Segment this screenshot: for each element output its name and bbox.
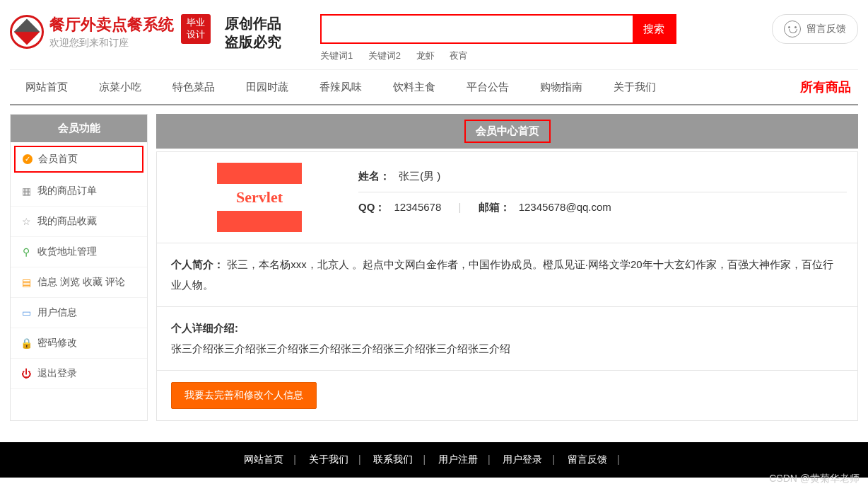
badge: 毕业设计 [181, 14, 211, 44]
intro-label: 个人简介： [171, 258, 224, 270]
footer-link[interactable]: 网站首页 [244, 454, 283, 465]
keyword-row: 关键词1 关键词2 龙虾 夜宵 [320, 50, 676, 62]
keyword-link[interactable]: 龙虾 [416, 50, 435, 61]
qq-label: QQ： [358, 201, 385, 213]
edit-profile-button[interactable]: 我要去完善和修改个人信息 [171, 382, 317, 409]
sidebar-item-user[interactable]: ▭ 用户信息 [11, 298, 147, 328]
search-input[interactable] [322, 16, 633, 42]
nav-item[interactable]: 香辣风味 [304, 71, 377, 104]
all-goods-link[interactable]: 所有商品 [793, 70, 858, 104]
sidebar-item-password[interactable]: 🔒 密码修改 [11, 328, 147, 359]
keyword-link[interactable]: 夜宵 [450, 50, 468, 61]
keyword-link[interactable]: 关键词2 [368, 50, 401, 61]
site-subtitle: 欢迎您到来和订座 [49, 37, 174, 50]
footer-link[interactable]: 用户登录 [503, 454, 542, 465]
detail-label: 个人详细介绍: [171, 318, 843, 339]
footer-link[interactable]: 关于我们 [309, 454, 348, 465]
star-icon: ☆ [20, 216, 32, 227]
footer-link[interactable]: 联系我们 [373, 454, 413, 465]
nav-item[interactable]: 饮料主食 [377, 71, 451, 104]
footer-nav: 网站首页| 关于我们| 联系我们| 用户注册| 用户登录| 留言反馈| [0, 442, 868, 478]
power-icon: ⏻ [20, 368, 32, 379]
sidebar-item-orders[interactable]: ▦ 我的商品订单 [11, 176, 147, 207]
avatar: Servlet [217, 163, 302, 232]
sidebar-item-home[interactable]: ✓ 会员首页 [14, 146, 143, 173]
nav-item[interactable]: 凉菜小吃 [83, 71, 157, 104]
qq-value: 12345678 [394, 201, 442, 213]
name-value: 张三(男 ) [399, 170, 440, 182]
slogan: 原创作品盗版必究 [225, 14, 281, 51]
email-label: 邮箱： [479, 201, 510, 213]
home-icon: ✓ [23, 154, 33, 164]
sidebar-title: 会员功能 [11, 115, 147, 142]
footer-link[interactable]: 用户注册 [438, 454, 478, 465]
card-icon: ▭ [20, 307, 32, 318]
intro-text: 张三，本名杨xxx，北京人 。起点中文网白金作者，中国作协成员。橙瓜见证·网络文… [171, 258, 833, 291]
nav-item[interactable]: 关于我们 [598, 71, 671, 104]
lock-icon: 🔒 [20, 337, 32, 349]
site-title: 餐厅外卖点餐系统 [49, 14, 174, 35]
name-label: 姓名： [358, 170, 390, 182]
sidebar-item-info[interactable]: ▤ 信息 浏览 收藏 评论 [11, 267, 147, 298]
footer-link[interactable]: 留言反馈 [568, 454, 607, 465]
sidebar: 会员功能 ✓ 会员首页 ▦ 我的商品订单 ☆ 我的商品收藏 ⚲ 收货地址管理 ▤… [10, 114, 148, 421]
search-button[interactable]: 搜索 [633, 16, 675, 42]
sidebar-item-logout[interactable]: ⏻ 退出登录 [11, 359, 147, 389]
nav-home[interactable]: 网站首页 [10, 71, 83, 104]
watermark: CSDN @黄菊华老师 [769, 473, 860, 485]
keyword-link[interactable]: 关键词1 [320, 50, 353, 61]
pin-icon: ⚲ [20, 246, 32, 258]
footer-copyright: Copyright © 基于SprintBoot的餐厅外卖点餐系统 某省ICP备… [0, 478, 868, 491]
nav-item[interactable]: 特色菜品 [157, 71, 230, 104]
doc-icon: ▤ [20, 277, 32, 288]
nav-item[interactable]: 平台公告 [451, 71, 524, 104]
main-nav: 网站首页 凉菜小吃 特色菜品 田园时蔬 香辣风味 饮料主食 平台公告 购物指南 … [10, 69, 858, 105]
feedback-button[interactable]: 留言反馈 [772, 14, 858, 44]
nav-item[interactable]: 田园时蔬 [230, 71, 304, 104]
sidebar-item-address[interactable]: ⚲ 收货地址管理 [11, 237, 147, 267]
logo[interactable]: 餐厅外卖点餐系统 欢迎您到来和订座 [10, 14, 174, 50]
detail-text: 张三介绍张三介绍张三介绍张三介绍张三介绍张三介绍张三介绍张三介绍 [171, 339, 843, 359]
service-icon [784, 21, 801, 37]
nav-item[interactable]: 购物指南 [524, 71, 598, 104]
grid-icon: ▦ [20, 185, 32, 197]
page-title: 会员中心首页 [464, 120, 551, 143]
email-value: 12345678@qq.com [519, 201, 611, 213]
content-header: 会员中心首页 [156, 114, 858, 149]
sidebar-item-favorites[interactable]: ☆ 我的商品收藏 [11, 207, 147, 237]
